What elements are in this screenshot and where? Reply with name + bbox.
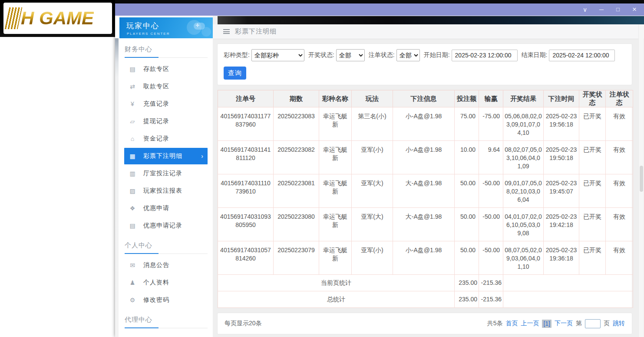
table-cell: 小-A盘@1.98 [393, 107, 455, 141]
table-cell: 亚军(小) [352, 241, 393, 275]
sidebar-sections: 财务中心▤存款专区⇄取款专区¥充值记录▱提现记录⌂资金记录▦彩票下注明细›▥厅室… [115, 38, 213, 337]
players-center-title: 玩家中心 [126, 21, 213, 31]
summary-row: 当前页统计235.00-215.36 [218, 275, 633, 291]
column-header: 注单状态 [606, 90, 633, 107]
table-cell: 50.00 [455, 174, 479, 208]
main-toolbar: 彩票下注明细 [213, 24, 644, 39]
app-window: ∨ ─ □ × 玩家中心 PLAYERS CENTER 财务中心▤存款专区⇄取款… [115, 3, 644, 337]
table-cell: 09,01,07,05,08,02,10,03,06,04 [503, 174, 544, 208]
sidebar-item-消息公告[interactable]: ✉消息公告 [115, 257, 213, 274]
summary-cell [503, 291, 633, 308]
column-header: 下注时间 [544, 90, 579, 107]
table-cell: -50.00 [479, 241, 503, 275]
table-cell: 亚军(大) [352, 208, 393, 241]
table-cell: 20250223082 [274, 141, 319, 174]
hamburger-menu-icon[interactable] [223, 29, 230, 34]
sidebar-item-优惠申请记录[interactable]: ▤优惠申请记录 [115, 217, 213, 234]
sidebar-item-提现记录[interactable]: ▱提现记录 [115, 113, 213, 130]
summary-cell: 总统计 [218, 291, 455, 308]
end-date-input[interactable] [549, 50, 615, 61]
bet-status-label: 注单状态: [369, 51, 395, 59]
sidebar-item-充值记录[interactable]: ¥充值记录 [115, 95, 213, 113]
sidebar-item-label: 提现记录 [143, 117, 169, 125]
table-cell: 20250223083 [274, 107, 319, 141]
sidebar-item-彩票下注明细[interactable]: ▦彩票下注明细› [124, 148, 208, 164]
sidebar-item-label: 优惠申请 [143, 204, 169, 212]
start-date-input[interactable] [452, 50, 518, 61]
sidebar-item-label: 玩家投注报表 [143, 187, 182, 195]
desktop-top-strip [115, 0, 644, 3]
summary-cell: 当前页统计 [218, 275, 455, 291]
window-close-icon[interactable]: × [631, 7, 638, 13]
sidebar-item-玩家投注报表[interactable]: ▨玩家投注报表 [115, 182, 213, 200]
sidebar-item-个人资料[interactable]: ♟个人资料 [115, 274, 213, 291]
page-jump-input[interactable] [585, 319, 601, 328]
next-page-link[interactable]: 下一页 [555, 320, 573, 327]
table-cell: 幸运飞艇新 [319, 241, 352, 275]
sidebar-item-厅室投注记录[interactable]: ▥厅室投注记录 [115, 165, 213, 182]
promo-apply-icon: ❖ [129, 205, 136, 212]
sidebar-item-label: 厅室投注记录 [143, 170, 182, 177]
table-cell: 08,02,07,05,03,10,06,04,01,09 [503, 141, 544, 174]
desktop-top-band: H GAME [0, 0, 115, 37]
logo-text: H GAME [21, 8, 94, 29]
window-menu-chevron-icon[interactable]: ∨ [581, 7, 588, 13]
table-cell: 大-A盘@1.98 [393, 208, 455, 241]
bet-status-select[interactable]: 全部 [396, 49, 420, 61]
table-cell: 小-A盘@1.98 [393, 141, 455, 174]
summary-cell: -215.36 [479, 275, 503, 291]
recharge-record-icon: ¥ [129, 100, 136, 107]
section-underline [125, 254, 208, 254]
table-cell: 已开奖 [579, 141, 606, 174]
column-header: 玩法 [352, 90, 393, 107]
scrollbar-thumb[interactable] [640, 166, 643, 192]
page-title: 彩票下注明细 [235, 27, 277, 36]
table-cell: 有效 [606, 141, 633, 174]
table-cell: 有效 [606, 174, 633, 208]
sidebar-item-资金记录[interactable]: ⌂资金记录 [115, 130, 213, 147]
table-cell: -50.00 [479, 174, 503, 208]
first-page-link[interactable]: 首页 [505, 320, 518, 327]
summary-cell [503, 275, 633, 291]
window-minimize-icon[interactable]: ─ [598, 7, 605, 13]
sidebar-item-修改密码[interactable]: ⚙修改密码 [115, 291, 213, 309]
section-underline [125, 57, 208, 58]
summary-cell: -215.36 [479, 291, 503, 308]
lottery-type-label: 彩种类型: [224, 51, 250, 59]
table-header-row: 注单号期数彩种名称玩法下注信息投注额输赢开奖结果下注时间开奖状态注单状态 [218, 90, 633, 107]
window-maximize-icon[interactable]: □ [614, 7, 621, 13]
deposit-card-icon: ▤ [129, 66, 136, 73]
table-cell: 50.00 [455, 241, 479, 275]
current-page-badge: [1] [542, 320, 552, 328]
bets-table-panel: 注单号期数彩种名称玩法下注信息投注额输赢开奖结果下注时间开奖状态注单状态4015… [217, 90, 632, 308]
summary-cell: 235.00 [455, 275, 479, 291]
change-password-icon: ⚙ [129, 297, 136, 304]
sidebar-item-label: 彩票下注明细 [143, 152, 182, 160]
sidebar-item-label: 修改密码 [143, 296, 169, 304]
table-cell: 2025-02-23 19:56:18 [544, 107, 579, 141]
column-header: 投注额 [455, 90, 479, 107]
chevron-right-icon: › [201, 153, 203, 160]
summary-cell: 235.00 [455, 291, 479, 308]
table-cell: 04,01,07,02,06,10,05,03,09,08 [503, 208, 544, 241]
table-cell: 2025-02-23 19:45:07 [544, 174, 579, 208]
draw-status-select[interactable]: 全部 [336, 49, 365, 61]
promo-record-icon: ▤ [129, 222, 136, 229]
players-center-subtitle: PLAYERS CENTER [127, 32, 213, 36]
message-notice-icon: ✉ [129, 262, 136, 269]
lottery-type-select[interactable]: 全部彩种 [251, 49, 304, 61]
table-cell: 20250223079 [274, 241, 319, 275]
sidebar-item-优惠申请[interactable]: ❖优惠申请 [115, 200, 213, 217]
profile-icon: ♟ [129, 279, 136, 286]
sidebar-item-取款专区[interactable]: ⇄取款专区 [115, 78, 213, 95]
sidebar-item-存款专区[interactable]: ▤存款专区 [115, 60, 213, 78]
prev-page-link[interactable]: 上一页 [521, 320, 539, 327]
jump-button[interactable]: 跳转 [613, 320, 625, 327]
query-button[interactable]: 查询 [224, 67, 246, 80]
page-size-text: 每页显示20条 [225, 320, 262, 327]
withdraw-icon: ⇄ [129, 83, 136, 90]
draw-status-label: 开奖状态: [308, 51, 334, 59]
table-cell: 已开奖 [579, 208, 606, 241]
table-cell: 已开奖 [579, 174, 606, 208]
vertical-scrollbar[interactable] [638, 24, 644, 337]
